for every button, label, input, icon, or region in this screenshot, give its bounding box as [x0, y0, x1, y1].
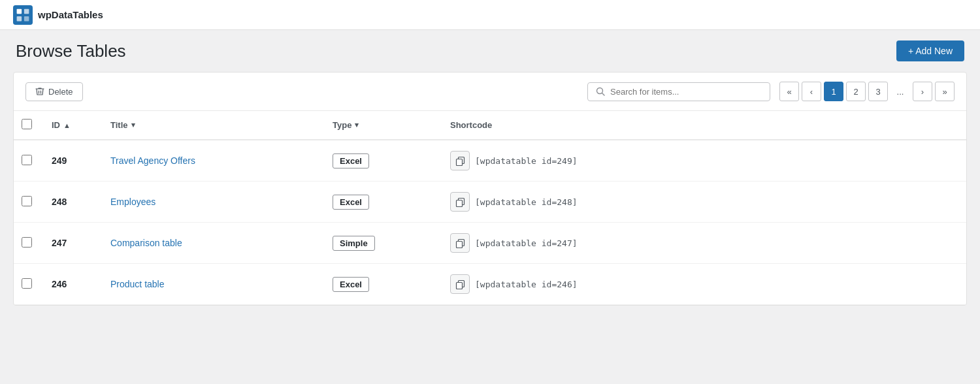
row-checkbox-cell	[14, 182, 41, 223]
row-title-link[interactable]: Travel Agency Offers	[110, 155, 195, 166]
col-shortcode-label: Shortcode	[450, 120, 492, 130]
row-title-cell: Product table	[100, 264, 322, 305]
pagination-dots: ...	[890, 82, 910, 101]
pagination-next[interactable]: ›	[913, 82, 932, 101]
sort-type-icon[interactable]: ▾	[355, 121, 359, 129]
pagination: « ‹ 1 2 3 ... › »	[779, 82, 955, 101]
shortcode-wrapper: [wpdatatable id=246]	[450, 274, 956, 294]
svg-rect-3	[17, 16, 22, 21]
pagination-first[interactable]: «	[779, 82, 799, 101]
row-title-link[interactable]: Product table	[110, 279, 165, 289]
copy-shortcode-button[interactable]	[450, 151, 470, 170]
copy-icon	[455, 238, 465, 248]
row-id: 249	[52, 155, 67, 166]
svg-rect-7	[456, 159, 462, 165]
search-input[interactable]	[610, 87, 762, 97]
col-header-title: Title ▾	[100, 111, 322, 140]
row-type-cell: Excel	[322, 264, 440, 305]
row-id: 246	[52, 279, 67, 289]
logo-icon	[13, 5, 33, 25]
copy-shortcode-button[interactable]	[450, 192, 470, 212]
col-type-label: Type	[333, 120, 351, 130]
sort-title-icon[interactable]: ▾	[131, 121, 135, 129]
row-title-link[interactable]: Employees	[110, 197, 155, 207]
pagination-last[interactable]: »	[935, 82, 955, 101]
search-area: « ‹ 1 2 3 ... › »	[587, 82, 955, 101]
svg-rect-4	[24, 16, 29, 21]
row-id-cell: 248	[41, 182, 100, 223]
pagination-page-1[interactable]: 1	[824, 82, 843, 101]
shortcode-wrapper: [wpdatatable id=247]	[450, 233, 956, 253]
row-id-cell: 249	[41, 140, 100, 182]
search-icon	[596, 87, 605, 96]
row-shortcode-cell: [wpdatatable id=247]	[440, 223, 966, 264]
table-body: 249 Travel Agency Offers Excel [wpdatata…	[14, 140, 966, 305]
row-id: 248	[52, 197, 67, 207]
row-checkbox[interactable]	[22, 237, 32, 248]
row-shortcode-cell: [wpdatatable id=249]	[440, 140, 966, 182]
table-row: 249 Travel Agency Offers Excel [wpdatata…	[14, 140, 966, 182]
row-type-badge: Excel	[333, 277, 369, 292]
trash-icon	[35, 87, 44, 96]
table-row: 248 Employees Excel [wpdatatable id=248]	[14, 182, 966, 223]
row-id-cell: 246	[41, 264, 100, 305]
shortcode-value: [wpdatatable id=248]	[475, 197, 578, 207]
row-checkbox-cell	[14, 140, 41, 182]
sort-id-icon[interactable]: ▲	[63, 121, 71, 129]
pagination-page-2[interactable]: 2	[846, 82, 866, 101]
copy-shortcode-button[interactable]	[450, 233, 470, 253]
add-new-button[interactable]: + Add New	[896, 40, 964, 61]
row-type-badge: Excel	[333, 153, 369, 168]
col-header-type: Type ▾	[322, 111, 440, 140]
app-name: wpDataTables	[38, 9, 103, 20]
shortcode-value: [wpdatatable id=249]	[475, 156, 578, 166]
table-row: 247 Comparison table Simple [wpdatatable…	[14, 223, 966, 264]
copy-icon	[455, 197, 465, 207]
shortcode-wrapper: [wpdatatable id=248]	[450, 192, 956, 212]
copy-icon	[455, 156, 465, 166]
row-type-badge: Simple	[333, 236, 375, 251]
svg-rect-1	[17, 8, 22, 14]
svg-rect-0	[13, 5, 33, 25]
data-table: ID ▲ Title ▾ Type ▾	[14, 111, 966, 305]
svg-rect-13	[456, 282, 462, 289]
col-header-id: ID ▲	[41, 111, 100, 140]
row-checkbox[interactable]	[22, 196, 32, 206]
row-checkbox[interactable]	[22, 278, 32, 289]
delete-label: Delete	[48, 87, 73, 97]
delete-button[interactable]: Delete	[25, 82, 83, 101]
row-shortcode-cell: [wpdatatable id=248]	[440, 182, 966, 223]
pagination-prev[interactable]: ‹	[802, 82, 821, 101]
row-type-cell: Excel	[322, 182, 440, 223]
main-content: Delete « ‹ 1 2 3 ... › »	[13, 72, 967, 306]
row-checkbox-cell	[14, 223, 41, 264]
toolbar: Delete « ‹ 1 2 3 ... › »	[14, 72, 966, 111]
col-title-label: Title	[110, 120, 128, 130]
shortcode-wrapper: [wpdatatable id=249]	[450, 151, 956, 170]
row-shortcode-cell: [wpdatatable id=246]	[440, 264, 966, 305]
row-type-cell: Excel	[322, 140, 440, 182]
table-header: ID ▲ Title ▾ Type ▾	[14, 111, 966, 140]
table-row: 246 Product table Excel [wpdatatable id=…	[14, 264, 966, 305]
copy-icon	[455, 280, 465, 289]
top-bar: wpDataTables	[0, 0, 980, 30]
page-title: Browse Tables	[16, 41, 126, 61]
page-header: Browse Tables + Add New	[0, 30, 980, 72]
pagination-page-3[interactable]: 3	[868, 82, 888, 101]
col-header-shortcode: Shortcode	[440, 111, 966, 140]
row-checkbox-cell	[14, 264, 41, 305]
row-id: 247	[52, 238, 67, 248]
row-type-badge: Excel	[333, 195, 369, 210]
search-box	[587, 82, 770, 101]
svg-rect-11	[456, 241, 462, 248]
table-wrap: ID ▲ Title ▾ Type ▾	[14, 111, 966, 305]
select-all-checkbox[interactable]	[22, 119, 32, 129]
copy-shortcode-button[interactable]	[450, 274, 470, 294]
row-title-cell: Comparison table	[100, 223, 322, 264]
shortcode-value: [wpdatatable id=246]	[475, 280, 578, 289]
row-checkbox[interactable]	[22, 155, 32, 165]
row-title-link[interactable]: Comparison table	[110, 238, 182, 248]
svg-rect-2	[24, 8, 29, 14]
col-header-checkbox	[14, 111, 41, 140]
row-title-cell: Employees	[100, 182, 322, 223]
